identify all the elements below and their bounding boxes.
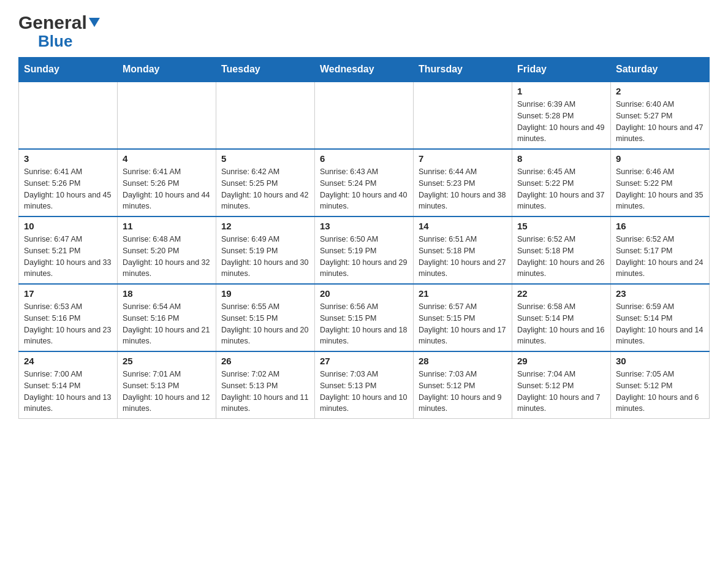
day-info: Sunrise: 6:54 AM Sunset: 5:16 PM Dayligh… bbox=[123, 301, 211, 347]
day-number: 30 bbox=[616, 356, 704, 366]
header-monday: Monday bbox=[118, 58, 216, 82]
day-number: 11 bbox=[123, 221, 211, 231]
calendar-cell: 7Sunrise: 6:44 AM Sunset: 5:23 PM Daylig… bbox=[414, 149, 512, 216]
day-info: Sunrise: 6:53 AM Sunset: 5:16 PM Dayligh… bbox=[24, 301, 112, 347]
header-saturday: Saturday bbox=[611, 58, 710, 82]
calendar-cell: 28Sunrise: 7:03 AM Sunset: 5:12 PM Dayli… bbox=[414, 351, 512, 419]
day-info: Sunrise: 6:47 AM Sunset: 5:21 PM Dayligh… bbox=[24, 234, 112, 280]
calendar-cell: 18Sunrise: 6:54 AM Sunset: 5:16 PM Dayli… bbox=[118, 284, 216, 351]
day-info: Sunrise: 6:44 AM Sunset: 5:23 PM Dayligh… bbox=[419, 166, 507, 212]
calendar-cell bbox=[118, 82, 216, 149]
day-info: Sunrise: 6:58 AM Sunset: 5:14 PM Dayligh… bbox=[517, 301, 605, 347]
calendar-cell bbox=[414, 82, 512, 149]
calendar-week-3: 10Sunrise: 6:47 AM Sunset: 5:21 PM Dayli… bbox=[19, 216, 710, 284]
day-number: 16 bbox=[616, 221, 704, 231]
day-number: 7 bbox=[419, 153, 507, 164]
day-info: Sunrise: 7:04 AM Sunset: 5:12 PM Dayligh… bbox=[517, 369, 605, 415]
day-info: Sunrise: 6:39 AM Sunset: 5:28 PM Dayligh… bbox=[517, 99, 605, 145]
day-info: Sunrise: 6:55 AM Sunset: 5:15 PM Dayligh… bbox=[221, 301, 309, 347]
day-number: 18 bbox=[123, 288, 211, 299]
day-info: Sunrise: 7:03 AM Sunset: 5:13 PM Dayligh… bbox=[320, 369, 408, 415]
page-header: General Blue bbox=[18, 12, 710, 51]
day-number: 27 bbox=[320, 356, 408, 366]
calendar-header: Sunday Monday Tuesday Wednesday Thursday… bbox=[19, 58, 710, 82]
calendar-cell: 11Sunrise: 6:48 AM Sunset: 5:20 PM Dayli… bbox=[118, 216, 216, 284]
day-info: Sunrise: 7:03 AM Sunset: 5:12 PM Dayligh… bbox=[419, 369, 507, 415]
day-number: 2 bbox=[616, 86, 704, 96]
day-info: Sunrise: 6:49 AM Sunset: 5:19 PM Dayligh… bbox=[221, 234, 309, 280]
day-info: Sunrise: 6:43 AM Sunset: 5:24 PM Dayligh… bbox=[320, 166, 408, 212]
calendar-cell: 3Sunrise: 6:41 AM Sunset: 5:26 PM Daylig… bbox=[19, 149, 118, 216]
calendar-cell: 6Sunrise: 6:43 AM Sunset: 5:24 PM Daylig… bbox=[315, 149, 414, 216]
day-info: Sunrise: 6:52 AM Sunset: 5:17 PM Dayligh… bbox=[616, 234, 704, 280]
calendar-cell: 24Sunrise: 7:00 AM Sunset: 5:14 PM Dayli… bbox=[19, 351, 118, 419]
day-number: 28 bbox=[419, 356, 507, 366]
logo-blue: Blue bbox=[38, 32, 72, 51]
calendar-cell: 19Sunrise: 6:55 AM Sunset: 5:15 PM Dayli… bbox=[216, 284, 315, 351]
day-number: 13 bbox=[320, 221, 408, 231]
header-friday: Friday bbox=[512, 58, 611, 82]
day-number: 19 bbox=[221, 288, 309, 299]
calendar-body: 1Sunrise: 6:39 AM Sunset: 5:28 PM Daylig… bbox=[19, 82, 710, 419]
day-number: 29 bbox=[517, 356, 605, 366]
calendar-cell: 2Sunrise: 6:40 AM Sunset: 5:27 PM Daylig… bbox=[611, 82, 710, 149]
calendar-week-2: 3Sunrise: 6:41 AM Sunset: 5:26 PM Daylig… bbox=[19, 149, 710, 216]
calendar-cell: 29Sunrise: 7:04 AM Sunset: 5:12 PM Dayli… bbox=[512, 351, 611, 419]
calendar-table: Sunday Monday Tuesday Wednesday Thursday… bbox=[18, 57, 710, 419]
day-number: 15 bbox=[517, 221, 605, 231]
day-info: Sunrise: 6:41 AM Sunset: 5:26 PM Dayligh… bbox=[24, 166, 112, 212]
calendar-week-1: 1Sunrise: 6:39 AM Sunset: 5:28 PM Daylig… bbox=[19, 82, 710, 149]
calendar-cell bbox=[216, 82, 315, 149]
header-row: Sunday Monday Tuesday Wednesday Thursday… bbox=[19, 58, 710, 82]
logo-text: General bbox=[18, 12, 100, 33]
logo: General Blue bbox=[18, 12, 100, 51]
calendar-week-5: 24Sunrise: 7:00 AM Sunset: 5:14 PM Dayli… bbox=[19, 351, 710, 419]
calendar-cell: 17Sunrise: 6:53 AM Sunset: 5:16 PM Dayli… bbox=[19, 284, 118, 351]
day-number: 3 bbox=[24, 153, 112, 164]
header-wednesday: Wednesday bbox=[315, 58, 414, 82]
day-info: Sunrise: 6:52 AM Sunset: 5:18 PM Dayligh… bbox=[517, 234, 605, 280]
day-number: 5 bbox=[221, 153, 309, 164]
day-info: Sunrise: 6:59 AM Sunset: 5:14 PM Dayligh… bbox=[616, 301, 704, 347]
calendar-cell: 22Sunrise: 6:58 AM Sunset: 5:14 PM Dayli… bbox=[512, 284, 611, 351]
calendar-cell: 21Sunrise: 6:57 AM Sunset: 5:15 PM Dayli… bbox=[414, 284, 512, 351]
day-number: 6 bbox=[320, 153, 408, 164]
day-number: 25 bbox=[123, 356, 211, 366]
day-info: Sunrise: 7:02 AM Sunset: 5:13 PM Dayligh… bbox=[221, 369, 309, 415]
calendar-cell: 16Sunrise: 6:52 AM Sunset: 5:17 PM Dayli… bbox=[611, 216, 710, 284]
day-number: 23 bbox=[616, 288, 704, 299]
day-number: 26 bbox=[221, 356, 309, 366]
header-thursday: Thursday bbox=[414, 58, 512, 82]
day-info: Sunrise: 6:56 AM Sunset: 5:15 PM Dayligh… bbox=[320, 301, 408, 347]
calendar-cell: 13Sunrise: 6:50 AM Sunset: 5:19 PM Dayli… bbox=[315, 216, 414, 284]
day-number: 22 bbox=[517, 288, 605, 299]
calendar-cell bbox=[315, 82, 414, 149]
day-number: 21 bbox=[419, 288, 507, 299]
day-info: Sunrise: 7:05 AM Sunset: 5:12 PM Dayligh… bbox=[616, 369, 704, 415]
calendar-cell: 20Sunrise: 6:56 AM Sunset: 5:15 PM Dayli… bbox=[315, 284, 414, 351]
day-info: Sunrise: 6:46 AM Sunset: 5:22 PM Dayligh… bbox=[616, 166, 704, 212]
day-number: 8 bbox=[517, 153, 605, 164]
header-sunday: Sunday bbox=[19, 58, 118, 82]
day-number: 4 bbox=[123, 153, 211, 164]
day-info: Sunrise: 7:00 AM Sunset: 5:14 PM Dayligh… bbox=[24, 369, 112, 415]
calendar-cell: 10Sunrise: 6:47 AM Sunset: 5:21 PM Dayli… bbox=[19, 216, 118, 284]
day-number: 12 bbox=[221, 221, 309, 231]
day-number: 24 bbox=[24, 356, 112, 366]
day-info: Sunrise: 6:50 AM Sunset: 5:19 PM Dayligh… bbox=[320, 234, 408, 280]
calendar-cell: 1Sunrise: 6:39 AM Sunset: 5:28 PM Daylig… bbox=[512, 82, 611, 149]
header-tuesday: Tuesday bbox=[216, 58, 315, 82]
calendar-cell: 27Sunrise: 7:03 AM Sunset: 5:13 PM Dayli… bbox=[315, 351, 414, 419]
calendar-cell: 25Sunrise: 7:01 AM Sunset: 5:13 PM Dayli… bbox=[118, 351, 216, 419]
day-number: 20 bbox=[320, 288, 408, 299]
calendar-week-4: 17Sunrise: 6:53 AM Sunset: 5:16 PM Dayli… bbox=[19, 284, 710, 351]
calendar-cell bbox=[19, 82, 118, 149]
day-info: Sunrise: 6:40 AM Sunset: 5:27 PM Dayligh… bbox=[616, 99, 704, 145]
calendar-cell: 8Sunrise: 6:45 AM Sunset: 5:22 PM Daylig… bbox=[512, 149, 611, 216]
day-info: Sunrise: 6:42 AM Sunset: 5:25 PM Dayligh… bbox=[221, 166, 309, 212]
day-info: Sunrise: 6:57 AM Sunset: 5:15 PM Dayligh… bbox=[419, 301, 507, 347]
calendar-cell: 5Sunrise: 6:42 AM Sunset: 5:25 PM Daylig… bbox=[216, 149, 315, 216]
day-number: 1 bbox=[517, 86, 605, 96]
day-number: 10 bbox=[24, 221, 112, 231]
calendar-cell: 14Sunrise: 6:51 AM Sunset: 5:18 PM Dayli… bbox=[414, 216, 512, 284]
